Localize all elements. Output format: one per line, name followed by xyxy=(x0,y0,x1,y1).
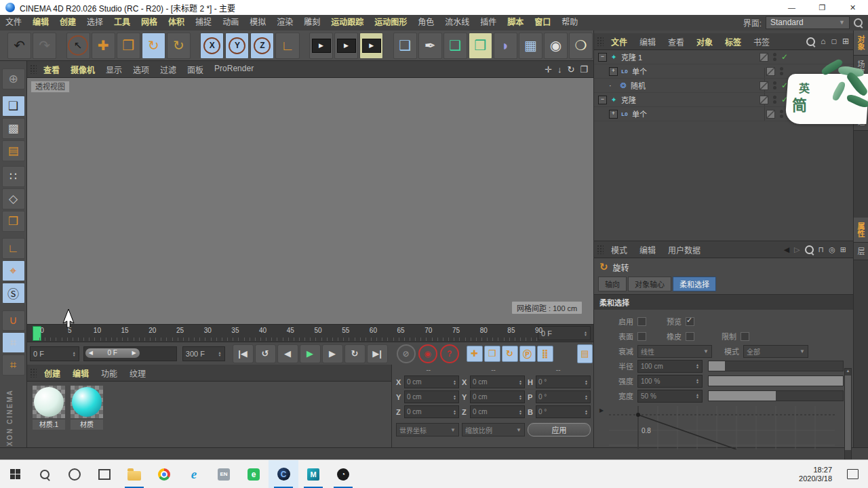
visibility-dots[interactable] xyxy=(773,81,776,89)
points-mode-button[interactable]: ∷ xyxy=(2,166,25,187)
loop-button[interactable]: ↻ xyxy=(344,344,366,363)
am-menu-用户数据[interactable]: 用户数据 xyxy=(662,244,707,256)
chrome-button[interactable] xyxy=(149,460,179,488)
keyframe-selection-button[interactable]: Ⓢ xyxy=(2,283,25,304)
light-button[interactable]: ❍ xyxy=(569,33,593,59)
coords-value-field[interactable]: 0 °▲▼ xyxy=(536,390,591,403)
menu-创建[interactable]: 创建 xyxy=(54,15,81,30)
magnet-button[interactable]: ∪ xyxy=(2,310,25,331)
material-menu-功能[interactable]: 功能 xyxy=(95,367,123,379)
mode-dropdown[interactable]: 全部▼ xyxy=(743,345,808,358)
z-axis-lock-button[interactable]: Z xyxy=(250,33,274,59)
collapse-icon[interactable]: − xyxy=(598,53,607,62)
om-menu-查看[interactable]: 查看 xyxy=(662,36,690,47)
menu-渲染[interactable]: 渲染 xyxy=(271,15,298,30)
menu-帮助[interactable]: 帮助 xyxy=(556,15,583,30)
layer-color-tag[interactable] xyxy=(760,53,768,62)
coords-dropdown[interactable]: 世界坐标▼ xyxy=(396,423,459,436)
task-view-button[interactable] xyxy=(90,460,119,488)
menu-脚本[interactable]: 脚本 xyxy=(502,15,529,30)
viewport-menu-摄像机[interactable]: 摄像机 xyxy=(65,64,100,75)
pan-view-button[interactable]: ✛ xyxy=(545,64,552,75)
menu-雕刻[interactable]: 雕刻 xyxy=(298,15,326,30)
play-button[interactable]: ▶ xyxy=(300,344,321,363)
parameter-key-button[interactable]: Ⓟ xyxy=(519,346,536,362)
world-coordinates-button[interactable]: ⊕ xyxy=(2,68,25,89)
eudic-button[interactable]: EN xyxy=(209,460,239,488)
limit-checkbox[interactable] xyxy=(741,332,749,341)
action-center-icon[interactable] xyxy=(847,469,859,479)
panel-grip[interactable] xyxy=(30,64,37,74)
collapse-icon[interactable]: − xyxy=(598,96,607,104)
coords-value-field[interactable]: 0 cm▲▼ xyxy=(404,390,459,403)
menu-运动跟踪[interactable]: 运动跟踪 xyxy=(326,15,369,30)
menu-运动图形[interactable]: 运动图形 xyxy=(369,15,412,30)
object-name[interactable]: 随机 xyxy=(631,80,646,91)
menu-动画[interactable]: 动画 xyxy=(217,15,244,30)
am-back-icon[interactable]: ◀ xyxy=(784,245,789,254)
viewport-menu-选项[interactable]: 选项 xyxy=(127,64,155,75)
y-axis-lock-button[interactable]: Y xyxy=(225,33,249,59)
layer-color-tag[interactable] xyxy=(766,110,775,119)
menu-文件[interactable]: 文件 xyxy=(0,15,27,30)
position-key-button[interactable]: ✚ xyxy=(467,346,483,362)
polygons-mode-button[interactable]: ❒ xyxy=(2,211,25,232)
am-forward-icon[interactable]: ▷ xyxy=(794,245,800,254)
coords-value-field[interactable]: 0 cm▲▼ xyxy=(404,405,459,418)
rotation-key-button[interactable]: ↻ xyxy=(502,346,518,362)
obs-button[interactable]: ◔ xyxy=(328,460,358,488)
live-selection-button[interactable]: ↖ xyxy=(66,33,90,59)
play-backwards-button[interactable]: ↺ xyxy=(255,344,276,363)
rotate-button[interactable]: ↻ xyxy=(142,33,165,59)
interface-dropdown[interactable]: Standard▼ xyxy=(766,16,850,29)
right-tab-属性[interactable]: 属性 xyxy=(854,218,868,243)
am-search-icon[interactable] xyxy=(805,245,814,254)
object-name[interactable]: 克隆 1 xyxy=(621,52,642,62)
menu-角色[interactable]: 角色 xyxy=(412,15,439,30)
rubber-checkbox[interactable] xyxy=(686,332,694,341)
om-menu-文件[interactable]: 文件 xyxy=(605,36,633,47)
soft-selection-section-header[interactable]: 柔和选择 xyxy=(594,294,853,310)
end-frame-field[interactable]: 300 F▲▼ xyxy=(182,346,225,361)
falloff-curve[interactable]: ▶ 0.8 xyxy=(601,406,834,451)
file-explorer-button[interactable] xyxy=(119,460,149,488)
panel-grip[interactable] xyxy=(597,245,604,254)
strength-field[interactable]: 100 %▲▼ xyxy=(637,375,703,388)
3dsmax-button[interactable]: M xyxy=(298,460,328,488)
scale-button[interactable]: ❒ xyxy=(117,33,140,59)
undo-button[interactable]: ↶ xyxy=(7,33,31,59)
viewport-menu-过滤[interactable]: 过滤 xyxy=(155,64,182,75)
width-slider[interactable] xyxy=(708,390,844,401)
om-menu-标签[interactable]: 标签 xyxy=(719,36,747,47)
cinema4d-button[interactable]: C xyxy=(269,460,298,488)
rotate-view-button[interactable]: ↻ xyxy=(567,64,574,75)
workplane-button[interactable]: ⌗ xyxy=(2,354,25,375)
redo-button[interactable]: ↷ xyxy=(33,33,56,59)
evernote-button[interactable]: e xyxy=(239,460,269,488)
material-thumbnail[interactable] xyxy=(33,386,65,418)
taskbar-clock[interactable]: 18:27 2020/3/18 xyxy=(796,466,835,483)
view-label[interactable]: 透视视图 xyxy=(31,81,70,93)
viewport-canvas[interactable] xyxy=(27,78,593,324)
go-to-end-button[interactable]: ▶| xyxy=(367,344,388,363)
viewport-menu-显示[interactable]: 显示 xyxy=(100,64,127,75)
restore-button[interactable]: ❐ xyxy=(807,0,837,15)
menu-体积[interactable]: 体积 xyxy=(163,15,190,30)
material-menu-纹理[interactable]: 纹理 xyxy=(123,367,152,379)
texture-mode-button[interactable]: ▩ xyxy=(2,118,25,139)
width-field[interactable]: 50 %▲▼ xyxy=(637,390,703,403)
previous-frame-button[interactable]: ◀ xyxy=(277,344,298,363)
zoom-view-button[interactable]: ↓ xyxy=(557,64,562,75)
om-menu-书签[interactable]: 书签 xyxy=(747,36,776,47)
scrubber-handle[interactable]: ◀0 F▶ xyxy=(85,348,140,358)
coords-value-field[interactable]: 0 cm▲▼ xyxy=(470,405,525,418)
menu-模拟[interactable]: 模拟 xyxy=(244,15,271,30)
coordinate-system-button[interactable]: ∟ xyxy=(275,33,299,59)
enabled-check-icon[interactable]: ✓ xyxy=(781,52,788,62)
menu-插件[interactable]: 插件 xyxy=(475,15,502,30)
render-view-button[interactable]: ▶ xyxy=(309,33,333,59)
render-settings-button[interactable]: ▶ xyxy=(359,33,383,59)
start-frame-field[interactable]: 0 F▲▼ xyxy=(30,346,79,361)
enable-axis-button[interactable]: ∟ xyxy=(2,238,25,259)
menu-编辑[interactable]: 编辑 xyxy=(27,15,54,30)
